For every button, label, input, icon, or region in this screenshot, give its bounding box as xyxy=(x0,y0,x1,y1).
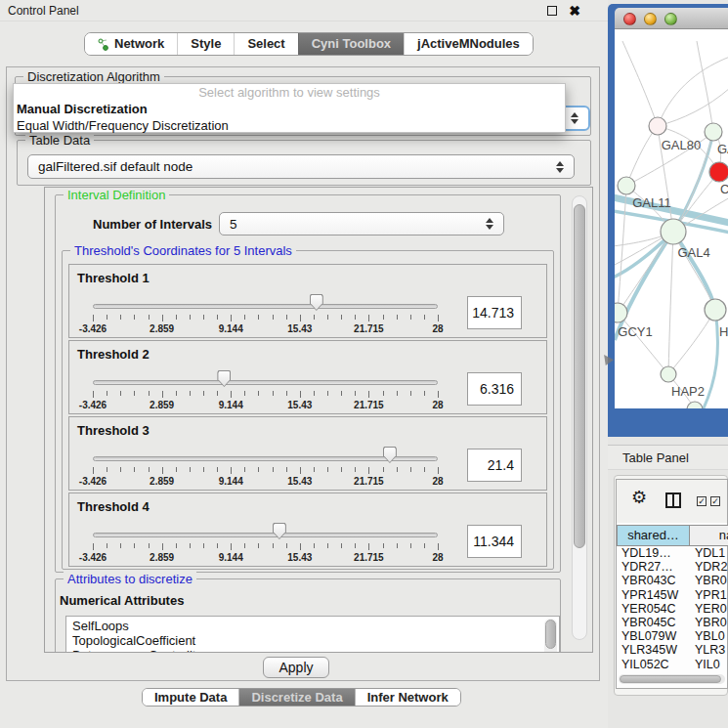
dropdown-item[interactable]: Equal Width/Frequency Discretization xyxy=(14,117,565,134)
tab-select[interactable]: Select xyxy=(234,33,297,55)
bottom-tabbar: Impute DataDiscretize DataInfer Network xyxy=(142,688,461,707)
attributes-group: Attributes to discretize Numerical Attri… xyxy=(55,578,561,653)
list-scrollbar[interactable] xyxy=(544,619,557,653)
control-panel-title: Control Panel xyxy=(8,4,79,18)
network-node-gal80[interactable] xyxy=(649,117,666,135)
table-column-header[interactable]: shared… xyxy=(617,525,690,546)
column-selector-icon[interactable] xyxy=(665,492,681,508)
tab-content: Discretization Algorithm Table Data galF… xyxy=(6,66,600,681)
tab-network[interactable]: Network xyxy=(85,33,177,55)
tab-style[interactable]: Style xyxy=(177,33,234,55)
vertical-scrollbar[interactable] xyxy=(572,195,587,640)
table-data-combobox[interactable]: galFiltered.sif default node xyxy=(27,154,575,179)
tab-jactivemnodules[interactable]: jActiveMNodules xyxy=(404,33,533,55)
dropdown-hint[interactable]: Select algorithm to view settings xyxy=(14,84,565,101)
network-node-c[interactable] xyxy=(709,162,728,182)
threshold-label: Threshold 4 xyxy=(77,499,150,514)
slider-thumb[interactable] xyxy=(383,447,397,463)
table-data-group: Table Data galFiltered.sif default node xyxy=(17,140,591,186)
checkbox-icon[interactable]: ✓ xyxy=(697,496,707,506)
bottom-tab-infer-network[interactable]: Infer Network xyxy=(355,689,460,706)
threshold-label: Threshold 1 xyxy=(77,271,150,285)
network-canvas[interactable]: GAL80GACGAL11GAL4GCY1HHAP2 xyxy=(615,29,728,408)
table-row[interactable]: YER054CYER0 xyxy=(617,602,728,616)
threshold-value-field[interactable]: 21.4 xyxy=(467,449,522,482)
network-node-gcy1[interactable] xyxy=(615,303,627,322)
checkbox-icon[interactable]: ✓ xyxy=(710,496,720,506)
algorithm-dropdown: Select algorithm to view settings Manual… xyxy=(13,83,566,133)
threshold-slider[interactable] xyxy=(93,533,438,537)
table-data-value: galFiltered.sif default node xyxy=(38,159,193,174)
number-of-intervals-value: 5 xyxy=(230,217,237,232)
spinner-arrows-icon xyxy=(571,112,579,124)
network-node-ga[interactable] xyxy=(705,123,722,141)
network-node-label: GAL80 xyxy=(662,138,701,152)
table-row[interactable]: YDL19…YDL1 xyxy=(617,546,728,560)
network-node-gal4[interactable] xyxy=(661,219,686,244)
network-node-gal11[interactable] xyxy=(618,177,635,194)
slider-thumb[interactable] xyxy=(310,294,323,311)
attributes-group-label: Attributes to discretize xyxy=(64,572,196,586)
table-row[interactable]: YDR27…YDR2 xyxy=(617,560,728,574)
table-row[interactable]: YBR045CYBR0 xyxy=(617,616,728,629)
dropdown-item[interactable]: Manual Discretization xyxy=(14,101,565,117)
settings-scroll-area: Interval Definition Number of Intervals … xyxy=(44,187,593,653)
gear-icon[interactable]: ⚙ xyxy=(631,489,647,506)
thresholds-group: Threshold's Coordinates for 5 Intervals … xyxy=(62,250,554,570)
control-panel-titlebar: Control Panel ✖ xyxy=(0,0,608,21)
tick-label: -3.426 xyxy=(71,552,114,563)
interval-definition-group: Interval Definition Number of Intervals … xyxy=(55,194,561,573)
attribute-list-item[interactable]: BetweennessCentrality xyxy=(72,648,559,653)
network-node-label: GAL4 xyxy=(677,245,709,260)
tick-label: 21.715 xyxy=(347,552,390,563)
float-window-icon[interactable] xyxy=(547,6,557,16)
minimize-traffic-light-icon[interactable] xyxy=(644,13,657,25)
tick-label: 15.43 xyxy=(278,400,321,410)
threshold-value-field[interactable]: 14.713 xyxy=(467,296,522,329)
bottom-tab-impute-data[interactable]: Impute Data xyxy=(143,689,238,706)
network-node[interactable] xyxy=(687,402,703,408)
table-column-header[interactable]: na xyxy=(690,525,728,546)
threshold-slider[interactable] xyxy=(93,456,438,461)
attribute-list-item[interactable]: TopologicalCoefficient xyxy=(72,633,559,648)
tick-label: -3.426 xyxy=(71,476,114,487)
table-toolbar: ⚙ ✓ ✓ xyxy=(617,480,727,523)
table-row[interactable]: YLR345WYLR3 xyxy=(617,643,728,657)
threshold-panel-2: Threshold 2 -3.4262.8599.14415.4321.7152… xyxy=(68,340,547,414)
table-row[interactable]: YBR043CYBR0 xyxy=(617,574,728,587)
number-of-intervals-combobox[interactable]: 5 xyxy=(219,212,504,236)
table-row[interactable]: YIL052CYIL0 xyxy=(617,658,728,671)
tab-cyni-toolbox[interactable]: Cyni Toolbox xyxy=(298,33,404,55)
close-traffic-light-icon[interactable] xyxy=(623,13,636,25)
horizontal-scrollbar[interactable] xyxy=(619,674,725,684)
tick-label: 9.144 xyxy=(209,400,252,410)
numerical-attributes-list[interactable]: SelfLoopsTopologicalCoefficientBetweenne… xyxy=(65,616,560,653)
vertical-scrollbar-thumb[interactable] xyxy=(574,204,585,548)
threshold-slider[interactable] xyxy=(93,380,438,385)
control-panel: Control Panel ✖ NetworkStyleSelectCyni T… xyxy=(0,0,608,728)
tick-label: 28 xyxy=(416,323,459,334)
threshold-value-field[interactable]: 11.344 xyxy=(467,525,522,558)
network-icon xyxy=(98,38,109,51)
threshold-value-field[interactable]: 6.316 xyxy=(467,372,522,406)
horizontal-scrollbar-thumb[interactable] xyxy=(620,675,721,683)
apply-button[interactable]: Apply xyxy=(263,657,329,678)
interval-definition-label: Interval Definition xyxy=(64,188,169,202)
network-node-hap2[interactable] xyxy=(661,366,676,382)
table-panel-title: Table Panel xyxy=(608,445,728,470)
slider-thumb[interactable] xyxy=(217,370,231,387)
table-row[interactable]: YPR145WYPR1 xyxy=(617,588,728,602)
zoom-traffic-light-icon[interactable] xyxy=(664,13,677,25)
network-node-label: C xyxy=(720,182,728,196)
threshold-slider[interactable] xyxy=(93,304,438,309)
close-icon[interactable]: ✖ xyxy=(569,0,580,21)
network-node-h[interactable] xyxy=(705,299,726,321)
screen: Control Panel ✖ NetworkStyleSelectCyni T… xyxy=(0,0,728,728)
table-data-label: Table Data xyxy=(25,133,94,148)
spinner-arrows-icon xyxy=(486,218,494,230)
node-table: ⚙ ✓ ✓ shared…na YDL19…YDL1YDR27…YDR2YBR0… xyxy=(616,479,728,689)
attribute-list-item[interactable]: SelfLoops xyxy=(72,619,559,633)
table-row[interactable]: YBL079WYBL0 xyxy=(617,629,728,643)
slider-thumb[interactable] xyxy=(273,523,286,539)
bottom-tab-discretize-data[interactable]: Discretize Data xyxy=(238,689,354,706)
